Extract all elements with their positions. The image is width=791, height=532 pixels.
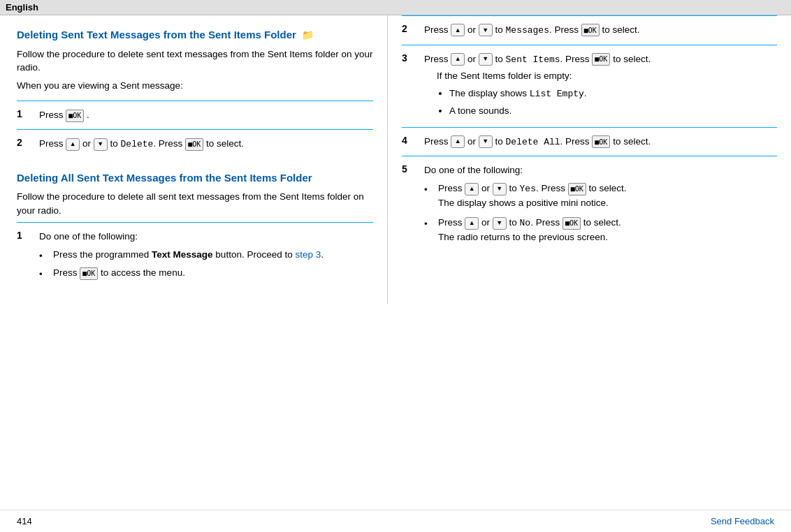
right-step-5: 5 Do one of the following: • Press ▲ or … <box>402 156 777 254</box>
bullet-yes: • Press ▲ or ▼ to Yes. Press ■OK to sele… <box>424 182 627 210</box>
step3-link[interactable]: step 3 <box>295 249 321 260</box>
right-step-4: 4 Press ▲ or ▼ to Delete All. Press ■OK … <box>402 127 777 156</box>
up-arrow-icon: ▲ <box>66 138 80 151</box>
left-step-1: 1 Press ■OK . <box>17 101 373 129</box>
ok-button-r4: ■OK <box>592 135 610 148</box>
bullet-tone: A tone sounds. <box>449 103 651 119</box>
bullet-2: • Press ■OK to access the menu. <box>39 266 324 281</box>
bullet-1: • Press the programmed Text Message butt… <box>39 248 324 263</box>
ok-button-r3: ■OK <box>592 53 610 66</box>
ok-button-icon-1: ■OK <box>66 110 84 122</box>
ok-button-icon-3: ■OK <box>80 267 98 280</box>
up-arrow-icon-r5b: ▲ <box>465 217 479 230</box>
page-number: 414 <box>17 516 32 526</box>
down-arrow-icon-r5a: ▼ <box>493 183 507 195</box>
up-arrow-icon-r4: ▲ <box>451 135 465 148</box>
step3-note: If the Sent Items folder is empty: The d… <box>437 69 651 119</box>
up-arrow-icon-r3: ▲ <box>451 53 465 66</box>
language-bar: English <box>0 0 791 15</box>
ok-button-r5a: ■OK <box>568 183 586 195</box>
up-arrow-icon-r2: ▲ <box>451 24 465 36</box>
section2-intro: Follow the procedure to delete all sent … <box>17 190 373 217</box>
bullet-list-empty: The display shows List Empty. <box>449 86 651 102</box>
section2-heading: Deleting All Sent Text Messages from the… <box>17 171 373 185</box>
section1-when: When you are viewing a Sent message: <box>17 79 373 93</box>
section1-heading: Deleting Sent Text Messages from the Sen… <box>17 28 373 42</box>
folder-icon: 📁 <box>302 29 314 40</box>
section1-intro: Follow the procedure to delete sent text… <box>17 47 373 75</box>
ok-button-r5b: ■OK <box>563 217 581 230</box>
send-feedback-link[interactable]: Send Feedback <box>711 516 774 526</box>
right-step-3: 3 Press ▲ or ▼ to Sent Items. Press ■OK … <box>402 45 777 127</box>
ok-button-icon-2: ■OK <box>185 138 203 151</box>
bullet-no: • Press ▲ or ▼ to No. Press ■OK to selec… <box>424 216 627 244</box>
footer: 414 Send Feedback <box>0 510 791 532</box>
ok-button-r2: ■OK <box>581 24 600 36</box>
down-arrow-icon-r4: ▼ <box>479 135 493 148</box>
right-step-2: 2 Press ▲ or ▼ to Messages. Press ■OK to… <box>402 15 777 45</box>
language-label: English <box>6 2 38 13</box>
up-arrow-icon-r5a: ▲ <box>465 183 479 195</box>
down-arrow-icon-r5b: ▼ <box>493 217 507 230</box>
down-arrow-icon: ▼ <box>94 138 108 151</box>
right-column: 2 Press ▲ or ▼ to Messages. Press ■OK to… <box>388 15 791 304</box>
down-arrow-icon-r3: ▼ <box>479 53 493 66</box>
left-step-2: 2 Press ▲ or ▼ to Delete. Press ■OK to s… <box>17 129 373 158</box>
left-s2-step-1: 1 Do one of the following: • Press the p… <box>17 222 373 292</box>
left-column: Deleting Sent Text Messages from the Sen… <box>0 15 388 304</box>
down-arrow-icon-r2: ▼ <box>479 24 493 36</box>
